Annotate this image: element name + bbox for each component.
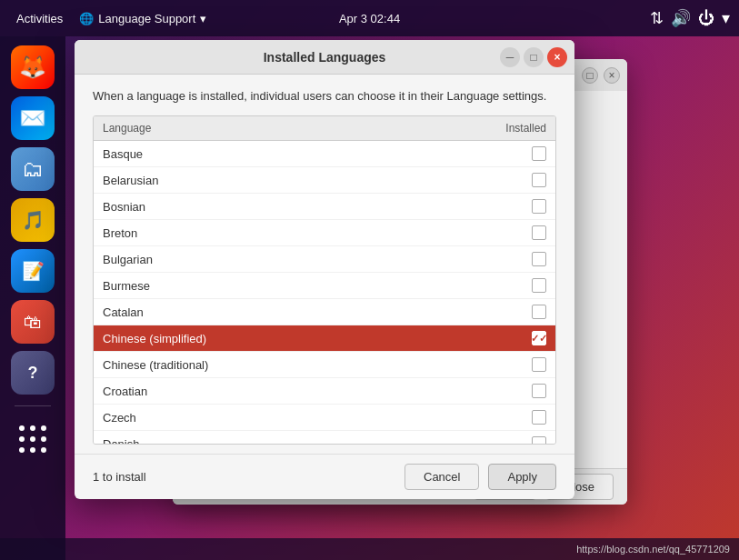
dialog-footer: 1 to install Cancel Apply xyxy=(75,454,574,499)
language-list-item[interactable]: Basque xyxy=(94,141,555,167)
sidebar-item-files[interactable]: 🗂 xyxy=(11,147,55,191)
sidebar-item-appstore[interactable]: 🛍 xyxy=(11,300,55,344)
language-checkbox[interactable] xyxy=(532,278,546,293)
sidebar: 🦊 ✉️ 🗂 🎵 📝 🛍 ? xyxy=(0,36,65,560)
language-name: Croatian xyxy=(103,385,147,398)
bg-maximize-button[interactable]: □ xyxy=(582,67,598,84)
topbar-left: Activities 🌐 Language Support ▾ xyxy=(9,8,206,29)
col-installed-header: Installed xyxy=(505,122,546,135)
language-checkbox[interactable] xyxy=(532,225,546,240)
dot xyxy=(30,425,35,431)
language-name: Breton xyxy=(103,226,137,240)
topbar-right: ⇅ 🔊 ⏻ ▾ xyxy=(650,8,730,28)
dot xyxy=(41,436,46,442)
dialog-title: Installed Languages xyxy=(264,50,386,65)
language-list-item[interactable]: Belarusian xyxy=(94,167,555,194)
language-list-item[interactable]: Chinese (simplified)✓ xyxy=(94,325,555,352)
statusbar: https://blog.csdn.net/qq_45771209 xyxy=(0,538,739,560)
dot xyxy=(41,447,46,453)
language-list-item[interactable]: Czech xyxy=(94,405,555,431)
footer-buttons: Cancel Apply xyxy=(404,464,556,490)
topbar-app[interactable]: 🌐 Language Support ▾ xyxy=(79,12,206,25)
language-list-item[interactable]: Danish xyxy=(94,431,555,444)
topbar: Activities 🌐 Language Support ▾ Apr 3 02… xyxy=(0,0,739,36)
sidebar-item-texteditor[interactable]: 📝 xyxy=(11,249,55,293)
language-checkbox[interactable]: ✓ xyxy=(532,331,546,345)
dialog-controls: ─ □ × xyxy=(500,47,567,67)
dialog-titlebar: Installed Languages ─ □ × xyxy=(75,40,574,75)
language-list-item[interactable]: Breton xyxy=(94,220,555,246)
language-name: Czech xyxy=(103,411,136,425)
dialog-description: When a language is installed, individual… xyxy=(93,88,556,105)
dialog-body: When a language is installed, individual… xyxy=(75,75,574,454)
language-list[interactable]: BasqueBelarusianBosnianBretonBulgarianBu… xyxy=(94,141,555,444)
language-list-item[interactable]: Chinese (traditional) xyxy=(94,352,555,378)
language-checkbox[interactable] xyxy=(532,357,546,372)
cancel-button[interactable]: Cancel xyxy=(404,464,479,490)
minimize-button[interactable]: ─ xyxy=(500,47,520,67)
sidebar-item-grid[interactable] xyxy=(11,417,55,461)
bg-close-button[interactable]: × xyxy=(604,67,620,84)
installed-languages-dialog: Installed Languages ─ □ × When a languag… xyxy=(75,40,574,499)
apply-button[interactable]: Apply xyxy=(488,464,556,490)
dot xyxy=(19,436,25,442)
language-name: Burmese xyxy=(103,279,150,293)
language-name: Danish xyxy=(103,437,139,444)
sidebar-item-firefox[interactable]: 🦊 xyxy=(11,45,55,89)
language-support-icon: 🌐 xyxy=(79,12,94,25)
language-checkbox[interactable] xyxy=(532,305,546,319)
language-checkbox[interactable] xyxy=(532,146,546,161)
activities-button[interactable]: Activities xyxy=(9,8,70,29)
language-name: Bulgarian xyxy=(103,253,153,266)
dot xyxy=(30,447,35,453)
dot xyxy=(41,425,46,431)
power-icon[interactable]: ⏻ xyxy=(698,9,714,28)
close-button[interactable]: × xyxy=(547,47,567,67)
language-table: Language Installed BasqueBelarusianBosni… xyxy=(93,115,556,445)
sidebar-item-thunderbird[interactable]: ✉️ xyxy=(11,96,55,140)
topbar-datetime: Apr 3 02:44 xyxy=(339,12,400,25)
language-list-item[interactable]: Bulgarian xyxy=(94,246,555,273)
language-list-item[interactable]: Croatian xyxy=(94,378,555,405)
language-name: Bosnian xyxy=(103,200,145,214)
volume-icon[interactable]: 🔊 xyxy=(671,8,691,28)
maximize-button[interactable]: □ xyxy=(524,47,544,67)
col-language-header: Language xyxy=(103,122,151,135)
language-table-header: Language Installed xyxy=(94,116,555,141)
topbar-menu-arrow[interactable]: ▾ xyxy=(722,8,730,28)
sidebar-divider xyxy=(15,405,51,406)
language-list-item[interactable]: Burmese xyxy=(94,273,555,299)
topbar-app-arrow: ▾ xyxy=(200,12,206,25)
language-checkbox[interactable] xyxy=(532,384,546,398)
dot xyxy=(19,425,25,431)
language-checkbox[interactable] xyxy=(532,436,546,444)
sidebar-item-rhythmbox[interactable]: 🎵 xyxy=(11,198,55,242)
network-icon[interactable]: ⇅ xyxy=(650,8,664,28)
install-count: 1 to install xyxy=(93,470,146,484)
language-list-item[interactable]: Bosnian xyxy=(94,194,555,220)
language-list-item[interactable]: Catalan xyxy=(94,299,555,325)
language-name: Basque xyxy=(103,147,143,161)
sidebar-item-help[interactable]: ? xyxy=(11,351,55,395)
language-checkbox[interactable] xyxy=(532,173,546,187)
dot xyxy=(19,447,25,453)
language-name: Catalan xyxy=(103,305,144,319)
dot xyxy=(30,436,35,442)
status-url: https://blog.csdn.net/qq_45771209 xyxy=(576,544,730,555)
language-checkbox[interactable] xyxy=(532,410,546,425)
language-checkbox[interactable] xyxy=(532,199,546,214)
language-name: Chinese (traditional) xyxy=(103,358,208,372)
topbar-app-name: Language Support xyxy=(98,12,195,25)
language-name: Belarusian xyxy=(103,174,158,187)
language-name: Chinese (simplified) xyxy=(103,332,206,345)
language-checkbox[interactable] xyxy=(532,252,546,266)
